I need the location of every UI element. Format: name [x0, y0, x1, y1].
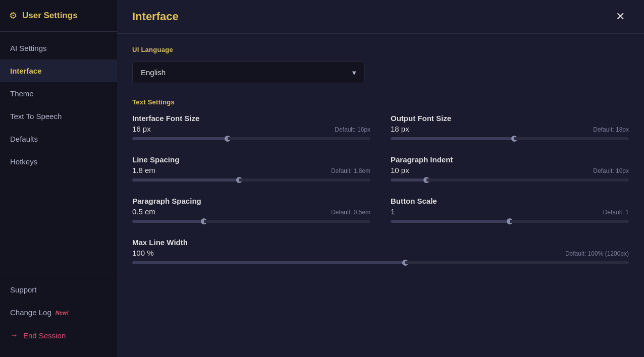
text-settings-section: Text Settings Interface Font Size 16 px … [132, 98, 629, 264]
end-session-label: End Session [23, 331, 66, 340]
sidebar-item-label: Theme [10, 89, 34, 98]
language-select-wrapper: English Spanish French German Japanese C… [132, 62, 364, 83]
sidebar-item-label: AI Settings [10, 44, 47, 52]
end-session-button[interactable]: → End Session [0, 324, 117, 347]
setting-default: Default: 16px [335, 126, 370, 133]
setting-value-row: 10 px Default: 10px [391, 166, 629, 174]
sidebar-header: ⚙ User Settings [0, 0, 117, 32]
ui-language-label: UI Language [132, 46, 629, 53]
setting-name: Line Spacing [132, 155, 370, 164]
setting-name: Paragraph Spacing [132, 197, 370, 205]
setting-button-scale: Button Scale 1 Default: 1 [391, 197, 629, 223]
setting-output-font-size: Output Font Size 18 px Default: 18px [391, 114, 629, 140]
sidebar-item-defaults[interactable]: Defaults [0, 128, 117, 150]
setting-default: Default: 0.5em [331, 209, 370, 216]
setting-value-row: 16 px Default: 16px [132, 125, 370, 133]
sidebar-item-label: Support [10, 285, 37, 294]
sidebar-item-change-log[interactable]: Change Log New! [0, 301, 117, 324]
gear-icon: ⚙ [9, 10, 17, 21]
main-content: Interface ✕ UI Language English Spanish … [117, 0, 644, 357]
sidebar-item-support[interactable]: Support [0, 278, 117, 301]
ui-language-section: UI Language English Spanish French Germa… [132, 46, 629, 83]
setting-value-row: 1.8 em Default: 1.8em [132, 166, 370, 174]
setting-value-row: 100 % Default: 100% (1200px) [132, 249, 629, 257]
setting-default: Default: 100% (1200px) [565, 250, 629, 257]
setting-name: Interface Font Size [132, 114, 370, 123]
new-badge: New! [56, 310, 69, 316]
setting-paragraph-indent: Paragraph Indent 10 px Default: 10px [391, 155, 629, 182]
sidebar-item-label: Text To Speech [10, 112, 62, 121]
exit-icon: → [10, 331, 18, 340]
sidebar-nav: AI Settings Interface Theme Text To Spee… [0, 32, 117, 273]
main-body: UI Language English Spanish French Germa… [117, 34, 644, 357]
sidebar-item-label: Hotkeys [10, 157, 37, 166]
page-title: Interface [132, 10, 179, 23]
slider-track-paragraph-spacing[interactable] [132, 220, 370, 223]
slider-track-output-font-size[interactable] [391, 137, 629, 140]
slider-track-line-spacing[interactable] [132, 178, 370, 182]
setting-value-row: 18 px Default: 18px [391, 125, 629, 133]
setting-value: 1.8 em [132, 166, 155, 174]
setting-interface-font-size: Interface Font Size 16 px Default: 16px [132, 114, 370, 140]
setting-value-row: 1 Default: 1 [391, 207, 629, 216]
setting-value: 1 [391, 207, 395, 216]
setting-default: Default: 1.8em [331, 167, 370, 174]
setting-paragraph-spacing: Paragraph Spacing 0.5 em Default: 0.5em [132, 197, 370, 223]
sidebar-item-interface[interactable]: Interface [0, 60, 117, 82]
setting-name: Button Scale [391, 197, 629, 205]
setting-max-line-width: Max Line Width 100 % Default: 100% (1200… [132, 238, 629, 264]
setting-value: 0.5 em [132, 207, 155, 216]
setting-value: 10 px [391, 166, 409, 174]
sidebar-item-label: Defaults [10, 135, 38, 143]
setting-default: Default: 1 [603, 209, 629, 216]
slider-track-paragraph-indent[interactable] [391, 178, 629, 182]
sidebar-item-hotkeys[interactable]: Hotkeys [0, 150, 117, 173]
slider-track-interface-font-size[interactable] [132, 137, 370, 140]
sidebar-item-text-to-speech[interactable]: Text To Speech [0, 105, 117, 128]
setting-name: Paragraph Indent [391, 155, 629, 164]
sidebar-bottom: Support Change Log New! → End Session [0, 273, 117, 357]
slider-track-button-scale[interactable] [391, 220, 629, 223]
setting-default: Default: 10px [593, 167, 629, 174]
sidebar-title: User Settings [22, 11, 78, 21]
sidebar-item-label: Change Log [10, 308, 51, 317]
setting-value: 100 % [132, 249, 154, 257]
setting-name: Max Line Width [132, 238, 629, 247]
language-select[interactable]: English Spanish French German Japanese C… [132, 62, 364, 83]
setting-value: 18 px [391, 125, 409, 133]
sidebar: ⚙ User Settings AI Settings Interface Th… [0, 0, 117, 357]
setting-default: Default: 18px [593, 126, 629, 133]
main-header: Interface ✕ [117, 0, 644, 34]
slider-track-max-line-width[interactable] [132, 261, 629, 264]
setting-line-spacing: Line Spacing 1.8 em Default: 1.8em [132, 155, 370, 182]
sidebar-item-ai-settings[interactable]: AI Settings [0, 37, 117, 60]
setting-name: Output Font Size [391, 114, 629, 123]
setting-value: 16 px [132, 125, 151, 133]
close-button[interactable]: ✕ [612, 9, 629, 24]
sidebar-item-label: Interface [10, 67, 42, 75]
sidebar-item-theme[interactable]: Theme [0, 82, 117, 105]
settings-grid: Interface Font Size 16 px Default: 16px … [132, 114, 629, 264]
text-settings-label: Text Settings [132, 98, 629, 106]
setting-value-row: 0.5 em Default: 0.5em [132, 207, 370, 216]
